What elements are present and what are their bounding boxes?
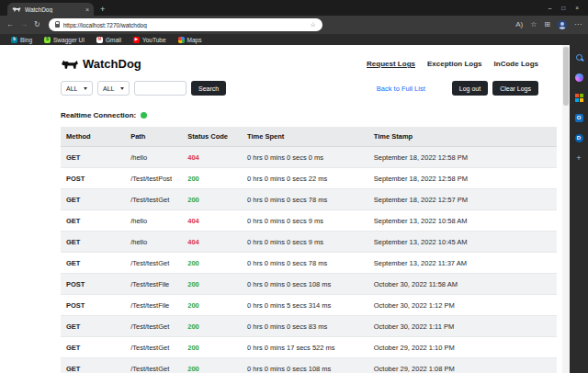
cell-status-code: 200 xyxy=(182,253,242,274)
new-tab-button[interactable]: + xyxy=(100,5,105,14)
search-input[interactable] xyxy=(134,81,187,96)
cell-time-spent: 0 hrs 0 mins 0 secs 108 ms xyxy=(242,274,368,295)
search-button[interactable]: Search xyxy=(191,81,226,96)
cell-method: POST xyxy=(61,168,125,189)
cell-time-stamp: September 13, 2022 11:37 AM xyxy=(368,253,557,274)
scrollbar-thumb[interactable] xyxy=(563,47,569,106)
table-row[interactable]: POST /Test/testFile 200 0 hrs 0 mins 5 s… xyxy=(61,295,557,316)
bookmark-maps[interactable]: Maps xyxy=(178,37,202,43)
refresh-icon[interactable]: ↻ xyxy=(34,21,40,28)
cell-status-code: 404 xyxy=(182,210,242,232)
col-header-status-code: Status Code xyxy=(182,127,242,147)
logout-button[interactable]: Log out xyxy=(452,81,488,96)
cell-time-spent: 0 hrs 0 mins 5 secs 314 ms xyxy=(242,295,368,316)
cell-path: /Test/testGet xyxy=(125,337,182,358)
nav-exception-logs[interactable]: Exception Logs xyxy=(427,60,482,68)
cell-time-stamp: September 18, 2022 12:58 PM xyxy=(368,147,557,168)
cell-status-code: 404 xyxy=(182,232,242,253)
cell-time-spent: 0 hrs 0 mins 0 secs 78 ms xyxy=(242,189,368,210)
cell-time-spent: 0 hrs 0 mins 0 secs 83 ms xyxy=(242,316,368,337)
cell-time-spent: 0 hrs 0 mins 0 secs 0 ms xyxy=(242,147,368,168)
sidebar-microsoft-365-icon[interactable] xyxy=(573,92,584,103)
method-filter-select[interactable]: ALL xyxy=(61,81,93,96)
log-table-body: GET /hello 404 0 hrs 0 mins 0 secs 0 ms … xyxy=(61,147,557,373)
chevron-down-icon xyxy=(84,87,87,90)
close-button[interactable]: × xyxy=(575,5,579,11)
cell-method: GET xyxy=(61,210,125,232)
sidebar-add-icon[interactable]: + xyxy=(573,153,584,164)
status-filter-select[interactable]: ALL xyxy=(97,81,130,96)
page-scrollbar[interactable] xyxy=(562,45,570,373)
table-row[interactable]: GET /Test/testGet 200 0 hrs 0 mins 0 sec… xyxy=(61,189,557,210)
minimize-button[interactable]: – xyxy=(548,5,552,11)
tab-close-icon[interactable]: × xyxy=(85,6,89,13)
toolbar-actions: A) ☆ ⊞ ⋯ xyxy=(515,20,582,29)
cell-path: /Test/testGet xyxy=(125,189,182,210)
cell-time-spent: 0 hrs 0 mins 17 secs 522 ms xyxy=(242,337,368,358)
bookmark-star-icon[interactable]: ☆ xyxy=(310,21,315,28)
cell-time-stamp: October 29, 2022 1:10 PM xyxy=(368,337,557,358)
cell-method: GET xyxy=(61,358,125,373)
bookmark-gmail[interactable]: M Gmail xyxy=(96,37,121,43)
cell-method: GET xyxy=(61,232,125,253)
table-row[interactable]: GET /hello 404 0 hrs 0 mins 0 secs 9 ms … xyxy=(61,232,557,253)
table-row[interactable]: GET /Test/testGet 200 0 hrs 0 mins 17 se… xyxy=(61,337,557,358)
filter-row: ALL ALL Search Back to Full List Log out… xyxy=(61,81,538,96)
col-header-method: Method xyxy=(61,127,125,147)
forward-icon[interactable]: → xyxy=(20,21,28,28)
cell-path: /hello xyxy=(125,210,182,232)
cell-time-stamp: September 18, 2022 12:58 PM xyxy=(368,168,557,189)
cell-path: /Test/testFile xyxy=(125,274,182,295)
back-icon[interactable]: ← xyxy=(6,21,14,28)
nav-request-logs[interactable]: Request Logs xyxy=(367,60,415,68)
cell-path: /Test/testGet xyxy=(125,253,182,274)
cell-method: POST xyxy=(61,274,125,295)
tab-strip: WatchDog × + – □ × xyxy=(0,0,588,16)
cell-status-code: 200 xyxy=(182,358,242,373)
app-header: WatchDog Request LogsException LogsInCod… xyxy=(61,45,538,71)
clear-logs-button[interactable]: Clear Logs xyxy=(492,81,538,96)
nav-incode-logs[interactable]: InCode Logs xyxy=(494,60,538,68)
window-controls: – □ × xyxy=(539,5,588,11)
bookmark-label: Swagger UI xyxy=(53,37,85,43)
main-area: WatchDog Request LogsException LogsInCod… xyxy=(0,45,588,373)
cell-status-code: 404 xyxy=(182,147,242,168)
bookmark-favicon: M xyxy=(96,37,103,43)
profile-avatar[interactable] xyxy=(558,20,567,29)
app-nav: Request LogsException LogsInCode Logs xyxy=(367,60,538,68)
table-row[interactable]: POST /Test/testPost 200 0 hrs 0 mins 0 s… xyxy=(61,168,557,189)
read-aloud-icon[interactable]: A) xyxy=(515,21,523,28)
browser-window: WatchDog × + – □ × ← → ↻ https://localho… xyxy=(0,0,588,373)
address-bar[interactable]: https://localhost:7270/watchdog ☆ xyxy=(49,18,322,31)
cell-time-stamp: September 13, 2022 10:58 AM xyxy=(368,210,557,232)
maximize-button[interactable]: □ xyxy=(561,5,565,11)
cell-method: GET xyxy=(61,337,125,358)
table-row[interactable]: GET /hello 404 0 hrs 0 mins 0 secs 0 ms … xyxy=(61,147,557,168)
table-row[interactable]: POST /Test/testFile 200 0 hrs 0 mins 0 s… xyxy=(61,274,557,295)
sidebar-search-icon[interactable] xyxy=(573,51,584,62)
sidebar-onedrive-icon[interactable]: D xyxy=(573,132,584,143)
cell-time-stamp: September 18, 2022 12:57 PM xyxy=(368,189,557,210)
back-to-full-list-link[interactable]: Back to Full List xyxy=(377,85,425,93)
table-row[interactable]: GET /Test/testGet 200 0 hrs 0 mins 0 sec… xyxy=(61,253,557,274)
table-row[interactable]: GET /Test/testGet 200 0 hrs 0 mins 0 sec… xyxy=(61,358,557,373)
bookmark-youtube[interactable]: ▶ YouTube xyxy=(133,37,166,43)
table-row[interactable]: GET /Test/testGet 200 0 hrs 0 mins 0 sec… xyxy=(61,316,557,337)
bookmark-swagger-ui[interactable]: S Swagger UI xyxy=(44,37,85,43)
split-screen-icon[interactable]: ⊞ xyxy=(544,21,550,28)
browser-tab-watchdog[interactable]: WatchDog × xyxy=(7,3,94,16)
cell-path: /Test/testGet xyxy=(125,316,182,337)
chevron-down-icon xyxy=(120,87,124,90)
cell-path: /hello xyxy=(125,232,182,253)
sidebar-outlook-icon[interactable]: O xyxy=(573,112,584,123)
cell-status-code: 200 xyxy=(182,189,242,210)
sidebar-copilot-icon[interactable] xyxy=(573,72,584,83)
favorites-icon[interactable]: ☆ xyxy=(530,21,537,28)
cell-method: GET xyxy=(61,316,125,337)
col-header-path: Path xyxy=(125,127,182,147)
table-row[interactable]: GET /hello 404 0 hrs 0 mins 0 secs 9 ms … xyxy=(61,210,557,232)
bookmark-label: YouTube xyxy=(142,37,166,43)
settings-menu-icon[interactable]: ⋯ xyxy=(574,21,582,28)
bookmark-bing[interactable]: b Bing xyxy=(11,37,32,43)
cell-method: GET xyxy=(61,253,125,274)
